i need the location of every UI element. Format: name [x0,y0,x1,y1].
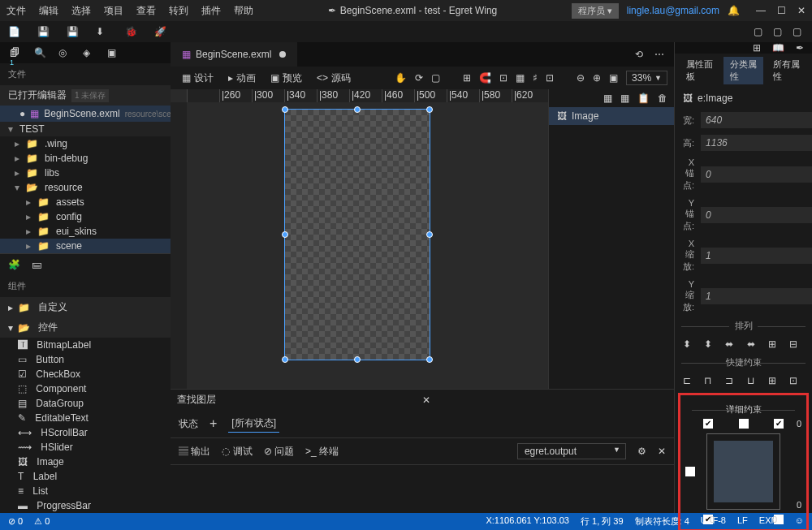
tree-folder[interactable]: ▾📂resource [0,180,171,195]
rect-tool-icon[interactable]: ▢ [431,72,440,84]
run-icon[interactable]: 🚀 [154,26,166,37]
open-editor-file[interactable]: ● ▦ BeginScene.exml resource\scene [0,106,171,122]
menu-view[interactable]: 查看 [136,4,156,18]
constraint-icon[interactable]: ⊡ [789,375,804,386]
tab-action-icon[interactable]: ⟲ [635,49,643,60]
debug-tab[interactable]: ◌ 调试 [222,445,252,459]
constraint-value[interactable]: 0 [772,515,777,524]
bell-icon[interactable]: 🔔 [728,5,740,16]
tree-folder[interactable]: ▸📁libs [0,166,171,180]
component-item[interactable]: ☑ CheckBox [0,367,171,381]
component-item[interactable]: ▬ ProgressBar [0,498,171,513]
diamond-icon[interactable]: ◈ [83,47,94,58]
tab-more-icon[interactable]: ⋯ [654,49,664,60]
output-channel-select[interactable]: egret.output [517,443,626,459]
resize-handle[interactable] [354,356,361,363]
fit-icon[interactable]: ▣ [609,72,618,84]
target-icon[interactable]: ◎ [58,47,70,58]
sb-warnings[interactable]: ⚠ 0 [34,516,50,527]
maximize-button[interactable]: ☐ [777,5,786,16]
mode-source[interactable]: <>源码 [312,69,356,88]
window-icon[interactable]: ▣ [107,47,119,58]
controls-group[interactable]: ▾📂控件 [0,317,171,338]
save-all-icon[interactable]: 💾 [67,26,78,37]
hand-tool-icon[interactable]: ✋ [395,72,407,84]
close-icon[interactable]: ✕ [422,394,667,406]
layout-2-icon[interactable]: ▢ [773,26,784,37]
output-tab[interactable]: ▤ 输出 [179,445,210,459]
save-icon[interactable]: 💾 [37,26,49,37]
mode-animation[interactable]: ▸动画 [223,69,261,88]
download-icon[interactable]: ⬇ [96,26,107,37]
terminal-tab[interactable]: >_ 终端 [305,445,339,459]
align-icon[interactable]: ⬍ [683,338,698,350]
anchor-x-input[interactable] [701,166,812,183]
add-state-button[interactable]: + [209,416,217,431]
prop-tab-all[interactable]: 所有属性 [767,57,807,84]
outline-delete-icon[interactable]: 🗑 [658,93,667,104]
resize-handle[interactable] [282,106,288,113]
guides-icon[interactable]: ♯ [533,72,538,84]
mode-design[interactable]: ▦设计 [177,69,218,88]
component-item[interactable]: T Label [0,469,171,484]
constraint-editor[interactable]: 0 0 0 0 [685,419,801,524]
menu-select[interactable]: 选择 [71,4,91,18]
scale-y-input[interactable] [701,288,812,304]
constraint-checkbox-ml[interactable] [685,467,695,476]
align-icon[interactable]: ⬍ [704,338,719,350]
align-icon[interactable]: ⊟ [789,338,804,350]
outline-tool-icon[interactable]: ▦ [620,93,629,104]
resize-handle[interactable] [426,231,433,238]
menu-goto[interactable]: 转到 [169,4,188,18]
panel-icon[interactable]: ✒ [796,42,804,54]
tree-folder[interactable]: ▸📁config [0,209,171,224]
constraint-icon[interactable]: ⊞ [768,375,783,386]
width-input[interactable] [701,112,812,128]
resize-handle[interactable] [426,356,433,363]
grid-icon[interactable]: ▦ [516,72,525,84]
find-layer-input[interactable]: 查找图层 ✕ [171,390,674,410]
bug-icon[interactable]: 🐞 [125,26,136,37]
constraint-icon[interactable]: ⊐ [725,375,740,386]
component-item[interactable]: 🖼 Image [0,455,171,469]
explorer-icon[interactable]: 🗐1 [10,47,21,58]
outline-tool-icon[interactable]: ▦ [603,93,612,104]
component-item[interactable]: ⟿ HSlider [0,440,171,455]
role-badge[interactable]: 程序员 ▾ [572,3,619,19]
component-item[interactable]: ▭ Button [0,352,171,367]
tree-folder[interactable]: ▸📁scene [0,239,171,253]
component-item[interactable]: ≡ List [0,484,171,498]
new-file-icon[interactable]: 📄 [8,26,19,37]
outline-tool-icon[interactable]: 📋 [637,93,650,104]
sb-line-col[interactable]: 行 1, 列 39 [581,515,624,528]
tree-folder[interactable]: ▸📁bin-debug [0,151,171,166]
height-input[interactable] [701,135,812,151]
component-item[interactable]: 🆃 BitmapLabel [0,338,171,352]
resize-handle[interactable] [426,106,433,113]
constraint-icon[interactable]: ⊏ [683,375,698,386]
tree-root[interactable]: ▾TEST [0,122,171,136]
open-editors-header[interactable]: 已打开编辑器 1 未保存 [0,85,171,106]
refresh-icon[interactable]: ⟳ [415,72,423,84]
snap-icon[interactable]: ⊞ [463,72,471,84]
layout-3-icon[interactable]: ▢ [793,26,804,37]
constraint-checkbox-tl[interactable] [703,419,713,429]
constraint-value[interactable]: 0 [710,515,715,524]
align-icon[interactable]: ⬌ [747,338,762,350]
component-item[interactable]: ✎ EditableText [0,411,171,425]
sb-errors[interactable]: ⊘ 0 [8,516,23,527]
menu-file[interactable]: 文件 [6,4,26,18]
editor-tab[interactable]: ▦ BeginScene.exml [171,42,297,67]
user-email[interactable]: lingle.lau@gmail.com [627,5,719,16]
tree-folder[interactable]: ▸📁eui_skins [0,224,171,239]
all-states-tab[interactable]: [所有状态] [228,415,279,433]
panel-icon[interactable]: ⊞ [753,42,761,54]
zoom-out-icon[interactable]: ⊖ [577,72,585,84]
selected-element[interactable] [284,109,430,360]
tree-folder[interactable]: ▸📁.wing [0,136,171,151]
tree-folder[interactable]: ▸📁assets [0,195,171,209]
resize-handle[interactable] [282,356,288,363]
zoom-level[interactable]: 33%▼ [626,71,667,85]
constraint-value[interactable]: 0 [797,419,801,429]
close-button[interactable]: ✕ [797,5,806,16]
